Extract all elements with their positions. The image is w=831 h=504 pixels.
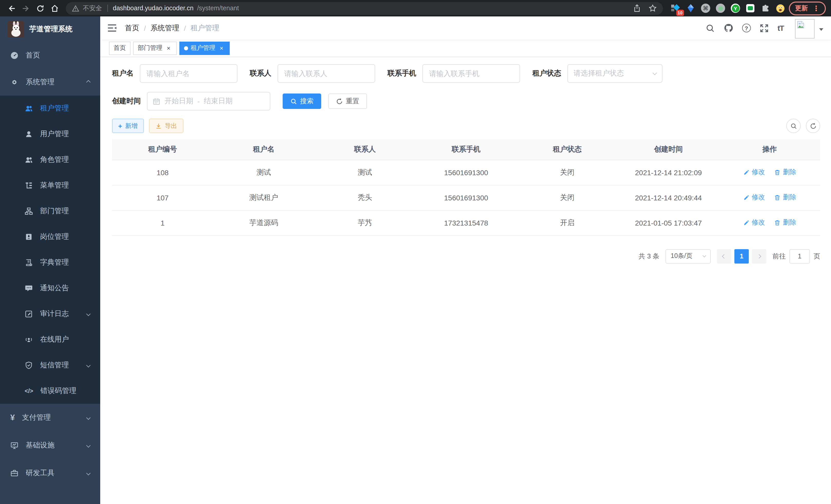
extensions-puzzle-button[interactable] [761, 4, 770, 13]
screen: 不安全 dashboard.yudao.iocoder.cn/system/te… [0, 0, 831, 504]
extension-chat-icon[interactable] [746, 4, 755, 13]
yen-icon: ¥ [10, 413, 15, 422]
page-size-select[interactable]: 10条/页 [665, 249, 711, 263]
refresh-table-button[interactable] [806, 119, 820, 133]
chevron-down-icon [86, 312, 91, 316]
font-size-icon[interactable]: tT [778, 24, 784, 32]
col-tenant-id: 租户编号 [112, 139, 213, 160]
breadcrumb-home[interactable]: 首页 [125, 23, 139, 33]
update-button[interactable]: 更新 ⋮ [789, 1, 826, 15]
dictionary-icon [25, 259, 33, 267]
breadcrumb-separator: / [144, 24, 146, 32]
extension-devtools-icon[interactable]: 10 [671, 4, 681, 13]
sidebar-item-audit-log[interactable]: 审计日志 [0, 301, 100, 327]
user-avatar-menu[interactable] [795, 18, 823, 38]
sidebar-item-online-user[interactable]: 在线用户 [0, 327, 100, 352]
sidebar-item-home[interactable]: 首页 [0, 42, 100, 69]
sidebar-item-role[interactable]: 角色管理 [0, 147, 100, 173]
delete-link[interactable]: 删除 [774, 168, 796, 177]
avatar [795, 19, 814, 38]
help-icon[interactable]: ? [742, 24, 751, 32]
profile-avatar-icon[interactable] [775, 4, 785, 13]
sidebar-collapse-button[interactable] [108, 24, 117, 32]
sidebar-item-dept[interactable]: 部门管理 [0, 198, 100, 224]
phone-input[interactable] [423, 64, 520, 83]
toggle-search-button[interactable] [786, 119, 801, 133]
pagination: 共 3 条 10条/页 1 前往 页 [112, 249, 820, 263]
sidebar-item-infra[interactable]: 基础设施 [0, 432, 100, 459]
url-host: dashboard.yudao.iocoder.cn [113, 5, 194, 12]
breadcrumb-current: 租户管理 [191, 23, 220, 33]
prev-page-button[interactable] [717, 249, 731, 263]
col-contact: 联系人 [314, 139, 416, 160]
bookmark-star-icon[interactable] [649, 4, 657, 12]
tab-home[interactable]: 首页 [109, 41, 131, 55]
delete-link[interactable]: 删除 [774, 218, 796, 227]
sidebar-item-system[interactable]: 系统管理 [0, 69, 100, 95]
download-icon [155, 122, 162, 129]
trash-icon [774, 219, 781, 226]
close-icon[interactable]: × [218, 45, 225, 52]
browser-back-button[interactable] [4, 1, 19, 16]
edit-link[interactable]: 修改 [743, 168, 765, 177]
reload-icon [36, 4, 45, 12]
sidebar-item-dict[interactable]: 字典管理 [0, 250, 100, 275]
delete-link[interactable]: 删除 [774, 193, 796, 202]
reset-button[interactable]: 重置 [328, 93, 367, 109]
export-button[interactable]: 导出 [149, 119, 183, 133]
tab-tenant[interactable]: 租户管理 × [179, 41, 230, 55]
contact-input[interactable] [278, 64, 375, 83]
fullscreen-icon[interactable] [760, 23, 769, 33]
address-bar[interactable]: 不安全 dashboard.yudao.iocoder.cn/system/te… [66, 2, 663, 14]
extension-badge: 10 [676, 9, 684, 16]
next-page-button[interactable] [752, 249, 766, 263]
forward-icon [21, 4, 30, 12]
sidebar-item-pay[interactable]: ¥ 支付管理 [0, 404, 100, 432]
breadcrumb-system[interactable]: 系统管理 [150, 23, 179, 33]
edit-link[interactable]: 修改 [743, 218, 765, 227]
home-icon [50, 4, 59, 12]
devtools-square2-icon [671, 9, 674, 11]
chevron-down-icon [86, 471, 91, 475]
header-search-icon[interactable] [706, 23, 715, 33]
sidebar-item-sms[interactable]: 短信管理 [0, 352, 100, 378]
extension-y-icon[interactable]: Y [731, 4, 740, 13]
browser-forward-button[interactable] [19, 1, 33, 16]
page-1-button[interactable]: 1 [735, 249, 749, 263]
browser-menu-dots-icon[interactable]: ⋮ [812, 4, 820, 12]
status-select[interactable]: 请选择租户状态 [567, 64, 662, 83]
update-label: 更新 [795, 4, 808, 12]
browser-home-button[interactable] [47, 1, 62, 16]
extension-kite-icon[interactable] [686, 4, 695, 13]
add-button[interactable]: + 新增 [112, 119, 144, 133]
extension-recorder-icon[interactable] [716, 4, 725, 13]
sidebar-item-notice[interactable]: 通知公告 [0, 275, 100, 301]
pencil-icon [743, 194, 749, 201]
tab-dept[interactable]: 部门管理 × [133, 41, 177, 55]
table-header-row: 租户编号 租户名 联系人 联系手机 租户状态 创建时间 操作 [112, 139, 820, 160]
tenant-name-input[interactable] [140, 64, 237, 83]
browser-reload-button[interactable] [33, 1, 47, 16]
goto-page-input[interactable] [790, 249, 810, 263]
app-logo[interactable]: 芋道管理系统 [0, 17, 100, 42]
badge-icon [25, 233, 33, 241]
not-secure-warning-icon [72, 5, 79, 11]
sidebar-item-dev-tools[interactable]: 研发工具 [0, 459, 100, 487]
edit-link[interactable]: 修改 [743, 193, 765, 202]
sidebar-item-error-code[interactable]: </> 错误码管理 [0, 378, 100, 404]
search-button[interactable]: 搜索 [283, 93, 321, 109]
chevron-up-icon [86, 80, 91, 85]
share-icon[interactable] [633, 4, 641, 12]
tenant-table: 租户编号 租户名 联系人 联系手机 租户状态 创建时间 操作 108 测试 [112, 139, 820, 236]
sidebar-item-user[interactable]: 用户管理 [0, 121, 100, 147]
trash-icon [774, 194, 781, 201]
sidebar-item-tenant[interactable]: 租户管理 [0, 95, 100, 121]
back-icon [7, 4, 16, 12]
sidebar-item-menu[interactable]: 菜单管理 [0, 173, 100, 198]
create-time-label: 创建时间 [112, 97, 141, 106]
close-icon[interactable]: × [165, 45, 172, 52]
extension-cmd-icon[interactable]: ⌘ [701, 4, 710, 13]
sidebar-item-post[interactable]: 岗位管理 [0, 224, 100, 250]
date-range-picker[interactable]: 开始日期 - 结束日期 [147, 92, 270, 111]
github-icon[interactable] [724, 23, 733, 33]
